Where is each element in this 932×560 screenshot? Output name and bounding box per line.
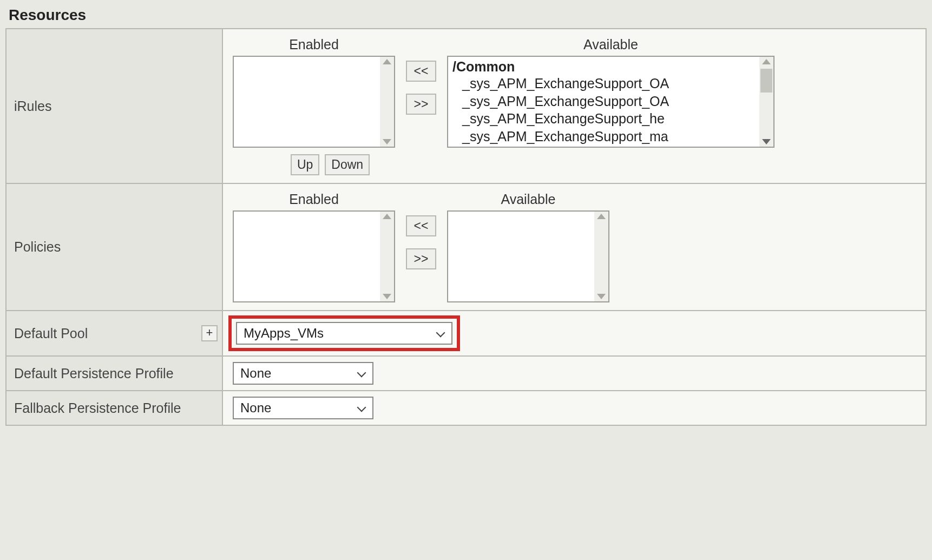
label-default-persistence: Default Persistence Profile <box>6 356 222 391</box>
select-value: None <box>240 366 271 381</box>
scrollbar[interactable] <box>380 57 394 147</box>
label-irules: iRules <box>6 29 222 183</box>
label-default-pool-text: Default Pool <box>14 326 88 341</box>
irules-enabled-header: Enabled <box>289 37 339 52</box>
chevron-down-icon <box>358 368 367 377</box>
list-item[interactable]: _sys_APM_ExchangeSupport_ma <box>452 128 758 145</box>
row-default-persistence: Default Persistence Profile None <box>6 356 926 391</box>
content-default-pool: MyApps_VMs <box>222 311 926 356</box>
down-button[interactable]: Down <box>325 154 370 175</box>
policies-enabled-listbox[interactable] <box>233 210 395 302</box>
select-value: MyApps_VMs <box>244 326 324 341</box>
scroll-up-icon <box>383 214 391 219</box>
scroll-up-icon <box>383 59 391 64</box>
label-default-pool: Default Pool + <box>6 311 222 356</box>
policies-available-listbox[interactable] <box>447 210 609 302</box>
highlight-default-pool: MyApps_VMs <box>228 315 460 351</box>
label-fallback-persistence: Fallback Persistence Profile <box>6 391 222 425</box>
content-fallback-persistence: None <box>222 391 926 425</box>
chevron-down-icon <box>437 328 446 337</box>
row-irules: iRules Enabled Up Down <box>6 29 926 183</box>
chevron-down-icon <box>358 403 367 412</box>
scrollbar[interactable] <box>380 212 394 301</box>
move-right-button[interactable]: >> <box>406 248 436 269</box>
irules-available-listbox[interactable]: /Common _sys_APM_ExchangeSupport_OA _sys… <box>447 56 775 148</box>
scroll-down-icon <box>383 139 391 144</box>
row-fallback-persistence: Fallback Persistence Profile None <box>6 391 926 425</box>
policies-available-header: Available <box>501 192 555 207</box>
scroll-down-icon <box>383 294 391 299</box>
resources-table: iRules Enabled Up Down <box>5 28 927 426</box>
scrollbar[interactable] <box>759 57 773 147</box>
list-item[interactable]: _sys_APM_ExchangeSupport_he <box>452 110 758 128</box>
scrollbar[interactable] <box>594 212 608 301</box>
irules-enabled-listbox[interactable] <box>233 56 395 148</box>
list-item[interactable]: _sys_APM_ExchangeSupport_OA <box>452 93 758 110</box>
available-group-label: /Common <box>452 59 758 75</box>
label-policies: Policies <box>6 183 222 311</box>
fallback-persistence-select[interactable]: None <box>233 397 373 419</box>
content-policies: Enabled << >> Available <box>222 183 926 311</box>
scroll-up-icon <box>762 59 771 64</box>
policies-enabled-header: Enabled <box>289 192 339 207</box>
default-pool-select[interactable]: MyApps_VMs <box>236 322 452 345</box>
content-irules: Enabled Up Down << <box>222 29 926 183</box>
default-persistence-select[interactable]: None <box>233 362 373 385</box>
row-default-pool: Default Pool + MyApps_VMs <box>6 311 926 356</box>
scroll-down-icon <box>597 294 606 299</box>
move-right-button[interactable]: >> <box>406 94 436 115</box>
list-item[interactable]: _sys_APM_ExchangeSupport_OA <box>452 75 758 93</box>
select-value: None <box>240 400 271 416</box>
add-pool-button[interactable]: + <box>201 325 218 341</box>
row-policies: Policies Enabled << >> <box>6 183 926 311</box>
scroll-up-icon <box>597 214 606 219</box>
scroll-down-icon <box>762 139 771 144</box>
move-left-button[interactable]: << <box>406 215 436 236</box>
scroll-thumb[interactable] <box>760 69 772 93</box>
irules-available-header: Available <box>583 37 638 52</box>
move-left-button[interactable]: << <box>406 61 436 82</box>
up-button[interactable]: Up <box>291 154 319 175</box>
section-title: Resources <box>5 5 927 28</box>
content-default-persistence: None <box>222 356 926 391</box>
